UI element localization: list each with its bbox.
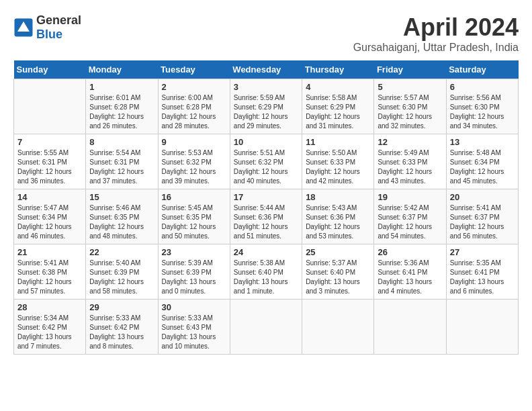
calendar-row: 14Sunrise: 5:47 AMSunset: 6:34 PMDayligh… — [14, 189, 519, 244]
day-number: 9 — [162, 137, 226, 147]
day-info: Sunrise: 5:43 AMSunset: 6:36 PMDaylight:… — [306, 203, 370, 241]
day-number: 1 — [89, 82, 154, 92]
col-thursday: Thursday — [302, 60, 374, 79]
day-number: 11 — [306, 137, 370, 147]
day-info: Sunrise: 5:36 AMSunset: 6:41 PMDaylight:… — [378, 259, 442, 296]
day-number: 16 — [162, 192, 226, 202]
table-row: 30Sunrise: 5:33 AMSunset: 6:43 PMDayligh… — [158, 300, 230, 355]
day-info: Sunrise: 5:41 AMSunset: 6:38 PMDaylight:… — [17, 259, 82, 296]
table-row: 28Sunrise: 5:34 AMSunset: 6:42 PMDayligh… — [14, 300, 86, 355]
day-number: 29 — [89, 302, 154, 312]
table-row — [14, 79, 86, 134]
day-number: 30 — [162, 302, 226, 312]
logo-blue: Blue — [36, 28, 62, 41]
table-row — [230, 300, 302, 355]
table-row: 25Sunrise: 5:37 AMSunset: 6:40 PMDayligh… — [302, 244, 374, 300]
logo: General Blue — [13, 13, 81, 42]
day-info: Sunrise: 5:48 AMSunset: 6:34 PMDaylight:… — [450, 148, 515, 186]
day-info: Sunrise: 5:50 AMSunset: 6:33 PMDaylight:… — [306, 148, 370, 186]
day-info: Sunrise: 6:00 AMSunset: 6:28 PMDaylight:… — [162, 93, 226, 131]
day-info: Sunrise: 5:33 AMSunset: 6:43 PMDaylight:… — [162, 314, 226, 351]
day-info: Sunrise: 5:57 AMSunset: 6:30 PMDaylight:… — [378, 93, 442, 131]
day-info: Sunrise: 5:54 AMSunset: 6:31 PMDaylight:… — [89, 148, 154, 186]
table-row: 13Sunrise: 5:48 AMSunset: 6:34 PMDayligh… — [446, 134, 518, 189]
table-row: 5Sunrise: 5:57 AMSunset: 6:30 PMDaylight… — [374, 79, 446, 134]
day-number: 7 — [17, 137, 82, 147]
day-number: 15 — [89, 192, 154, 202]
day-number: 4 — [306, 82, 370, 92]
table-row: 20Sunrise: 5:41 AMSunset: 6:37 PMDayligh… — [446, 189, 518, 244]
table-row: 11Sunrise: 5:50 AMSunset: 6:33 PMDayligh… — [302, 134, 374, 189]
day-number: 27 — [450, 247, 515, 257]
table-row: 24Sunrise: 5:38 AMSunset: 6:40 PMDayligh… — [230, 244, 302, 300]
day-number: 23 — [162, 247, 226, 257]
day-info: Sunrise: 5:37 AMSunset: 6:40 PMDaylight:… — [306, 259, 370, 296]
table-row: 17Sunrise: 5:44 AMSunset: 6:36 PMDayligh… — [230, 189, 302, 244]
day-info: Sunrise: 5:59 AMSunset: 6:29 PMDaylight:… — [234, 93, 298, 131]
table-row — [446, 300, 518, 355]
calendar-row: 28Sunrise: 5:34 AMSunset: 6:42 PMDayligh… — [14, 300, 519, 355]
day-number: 6 — [450, 82, 515, 92]
day-info: Sunrise: 5:58 AMSunset: 6:29 PMDaylight:… — [306, 93, 370, 131]
table-row: 29Sunrise: 5:33 AMSunset: 6:42 PMDayligh… — [86, 300, 158, 355]
day-info: Sunrise: 5:40 AMSunset: 6:39 PMDaylight:… — [89, 259, 154, 296]
table-row: 6Sunrise: 5:56 AMSunset: 6:30 PMDaylight… — [446, 79, 518, 134]
day-number: 5 — [378, 82, 442, 92]
day-info: Sunrise: 5:33 AMSunset: 6:42 PMDaylight:… — [89, 314, 154, 351]
logo-icon — [13, 17, 34, 38]
day-number: 26 — [378, 247, 442, 257]
col-sunday: Sunday — [14, 60, 86, 79]
title-section: April 2024 Gursahaiganj, Uttar Pradesh, … — [353, 13, 519, 54]
table-row: 21Sunrise: 5:41 AMSunset: 6:38 PMDayligh… — [14, 244, 86, 300]
day-number: 28 — [17, 302, 82, 312]
day-number: 18 — [306, 192, 370, 202]
table-row: 23Sunrise: 5:39 AMSunset: 6:39 PMDayligh… — [158, 244, 230, 300]
calendar-row: 21Sunrise: 5:41 AMSunset: 6:38 PMDayligh… — [14, 244, 519, 300]
table-row: 16Sunrise: 5:45 AMSunset: 6:35 PMDayligh… — [158, 189, 230, 244]
day-info: Sunrise: 5:53 AMSunset: 6:32 PMDaylight:… — [162, 148, 226, 186]
table-row: 8Sunrise: 5:54 AMSunset: 6:31 PMDaylight… — [86, 134, 158, 189]
day-number: 20 — [450, 192, 515, 202]
calendar-header-row: Sunday Monday Tuesday Wednesday Thursday… — [14, 60, 519, 79]
day-number: 3 — [234, 82, 298, 92]
day-info: Sunrise: 5:45 AMSunset: 6:35 PMDaylight:… — [162, 203, 226, 241]
table-row: 10Sunrise: 5:51 AMSunset: 6:32 PMDayligh… — [230, 134, 302, 189]
calendar-table: Sunday Monday Tuesday Wednesday Thursday… — [13, 60, 519, 355]
day-info: Sunrise: 5:34 AMSunset: 6:42 PMDaylight:… — [17, 314, 82, 351]
day-info: Sunrise: 5:38 AMSunset: 6:40 PMDaylight:… — [234, 259, 298, 296]
table-row: 18Sunrise: 5:43 AMSunset: 6:36 PMDayligh… — [302, 189, 374, 244]
day-number: 2 — [162, 82, 226, 92]
col-wednesday: Wednesday — [230, 60, 302, 79]
day-number: 12 — [378, 137, 442, 147]
table-row: 15Sunrise: 5:46 AMSunset: 6:35 PMDayligh… — [86, 189, 158, 244]
table-row: 26Sunrise: 5:36 AMSunset: 6:41 PMDayligh… — [374, 244, 446, 300]
day-info: Sunrise: 5:55 AMSunset: 6:31 PMDaylight:… — [17, 148, 82, 186]
table-row: 9Sunrise: 5:53 AMSunset: 6:32 PMDaylight… — [158, 134, 230, 189]
day-number: 24 — [234, 247, 298, 257]
day-number: 13 — [450, 137, 515, 147]
table-row — [302, 300, 374, 355]
calendar-row: 1Sunrise: 6:01 AMSunset: 6:28 PMDaylight… — [14, 79, 519, 134]
table-row: 1Sunrise: 6:01 AMSunset: 6:28 PMDaylight… — [86, 79, 158, 134]
month-title: April 2024 — [353, 13, 519, 42]
day-info: Sunrise: 5:51 AMSunset: 6:32 PMDaylight:… — [234, 148, 298, 186]
table-row: 7Sunrise: 5:55 AMSunset: 6:31 PMDaylight… — [14, 134, 86, 189]
day-info: Sunrise: 5:44 AMSunset: 6:36 PMDaylight:… — [234, 203, 298, 241]
col-monday: Monday — [86, 60, 158, 79]
location-title: Gursahaiganj, Uttar Pradesh, India — [353, 42, 519, 54]
table-row: 12Sunrise: 5:49 AMSunset: 6:33 PMDayligh… — [374, 134, 446, 189]
day-info: Sunrise: 5:39 AMSunset: 6:39 PMDaylight:… — [162, 259, 226, 296]
table-row: 2Sunrise: 6:00 AMSunset: 6:28 PMDaylight… — [158, 79, 230, 134]
day-number: 25 — [306, 247, 370, 257]
day-number: 21 — [17, 247, 82, 257]
table-row: 3Sunrise: 5:59 AMSunset: 6:29 PMDaylight… — [230, 79, 302, 134]
day-info: Sunrise: 5:42 AMSunset: 6:37 PMDaylight:… — [378, 203, 442, 241]
day-number: 17 — [234, 192, 298, 202]
day-number: 10 — [234, 137, 298, 147]
col-friday: Friday — [374, 60, 446, 79]
day-info: Sunrise: 5:49 AMSunset: 6:33 PMDaylight:… — [378, 148, 442, 186]
page-header: General Blue April 2024 Gursahaiganj, Ut… — [13, 13, 519, 54]
table-row: 27Sunrise: 5:35 AMSunset: 6:41 PMDayligh… — [446, 244, 518, 300]
day-number: 14 — [17, 192, 82, 202]
day-info: Sunrise: 5:35 AMSunset: 6:41 PMDaylight:… — [450, 259, 515, 296]
